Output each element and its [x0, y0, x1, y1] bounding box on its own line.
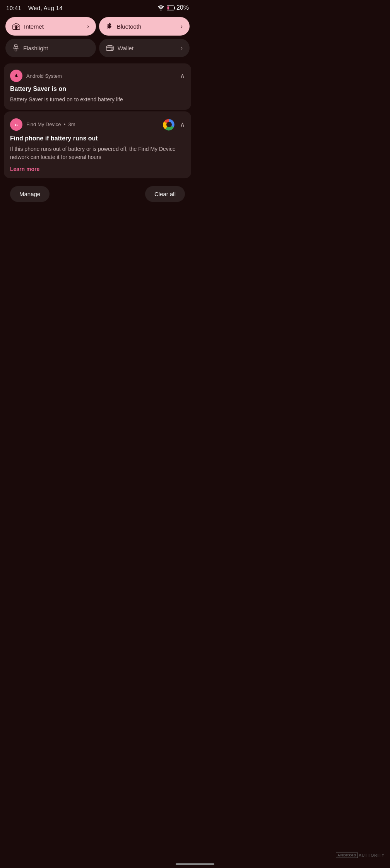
svg-rect-3 [167, 6, 169, 9]
battery-saver-title: Battery Saver is on [10, 85, 185, 93]
svg-rect-2 [174, 7, 175, 9]
svg-rect-6 [15, 48, 17, 51]
internet-chevron-icon: › [87, 23, 89, 29]
fmd-learn-more-link[interactable]: Learn more [10, 166, 185, 172]
notif-header-battery: Android System ∧ [10, 70, 185, 82]
manage-button[interactable]: Manage [10, 186, 50, 202]
flashlight-tile[interactable]: Flashlight [5, 39, 96, 57]
wallet-tile[interactable]: Wallet › [99, 39, 190, 57]
wallet-chevron-icon: › [181, 45, 183, 51]
notification-find-my-device[interactable]: G Find My Device • 3m [4, 111, 191, 178]
wallet-icon [106, 44, 114, 51]
battery-notif-collapse-icon[interactable]: ∧ [180, 72, 185, 80]
notif-header-left-fmd: G Find My Device • 3m [10, 118, 75, 131]
android-system-icon [10, 70, 22, 82]
status-date: Wed, Aug 14 [28, 5, 63, 11]
svg-text:G: G [15, 123, 18, 127]
fmd-body: If this phone runs out of battery or is … [10, 145, 185, 161]
flashlight-tile-label: Flashlight [23, 45, 89, 51]
quick-tiles: Internet › Bluetooth › Flashlight [0, 14, 195, 57]
status-time: 10:41 [6, 5, 21, 11]
find-my-device-icon: G [10, 118, 22, 131]
status-bar: 10:41 Wed, Aug 14 20% [0, 0, 195, 14]
svg-point-0 [160, 10, 161, 11]
battery-icon [167, 5, 175, 10]
internet-tile-label: Internet [24, 23, 83, 30]
status-right: 20% [157, 4, 189, 11]
internet-tile[interactable]: Internet › [5, 17, 96, 36]
svg-point-4 [16, 28, 17, 29]
tile-row-2: Flashlight Wallet › [5, 39, 190, 57]
notif-header-left-battery: Android System [10, 70, 62, 82]
svg-rect-9 [111, 48, 113, 50]
wifi-status-icon [157, 5, 164, 10]
bluetooth-chevron-icon: › [181, 23, 183, 29]
fmd-notif-collapse-icon[interactable]: ∧ [180, 120, 185, 129]
bottom-actions: Manage Clear all [4, 180, 191, 208]
google-logo-icon [162, 118, 176, 132]
bluetooth-icon [106, 22, 113, 30]
fmd-app-name: Find My Device • 3m [26, 121, 75, 127]
battery-saver-app-name: Android System [26, 73, 62, 79]
svg-rect-11 [15, 75, 17, 77]
svg-point-16 [166, 122, 172, 127]
clear-all-button[interactable]: Clear all [145, 186, 185, 202]
svg-rect-12 [16, 74, 17, 75]
internet-icon [12, 22, 20, 30]
notifications-list: Android System ∧ Battery Saver is on Bat… [4, 63, 191, 178]
wallet-tile-label: Wallet [118, 45, 177, 51]
battery-saver-body: Battery Saver is turned on to extend bat… [10, 96, 185, 104]
notification-battery-saver[interactable]: Android System ∧ Battery Saver is on Bat… [4, 63, 191, 110]
bluetooth-tile[interactable]: Bluetooth › [99, 17, 190, 36]
notif-header-fmd: G Find My Device • 3m [10, 118, 185, 132]
flashlight-icon [12, 44, 19, 52]
battery-percent: 20% [176, 4, 189, 11]
notif-header-right-fmd: ∧ [162, 118, 185, 132]
battery-status: 20% [167, 4, 189, 11]
fmd-title: Find phone if battery runs out [10, 135, 185, 143]
notif-header-right-battery: ∧ [180, 72, 185, 80]
tile-row-1: Internet › Bluetooth › [5, 17, 190, 36]
status-time-date: 10:41 Wed, Aug 14 [6, 5, 63, 11]
bluetooth-tile-label: Bluetooth [117, 23, 177, 30]
